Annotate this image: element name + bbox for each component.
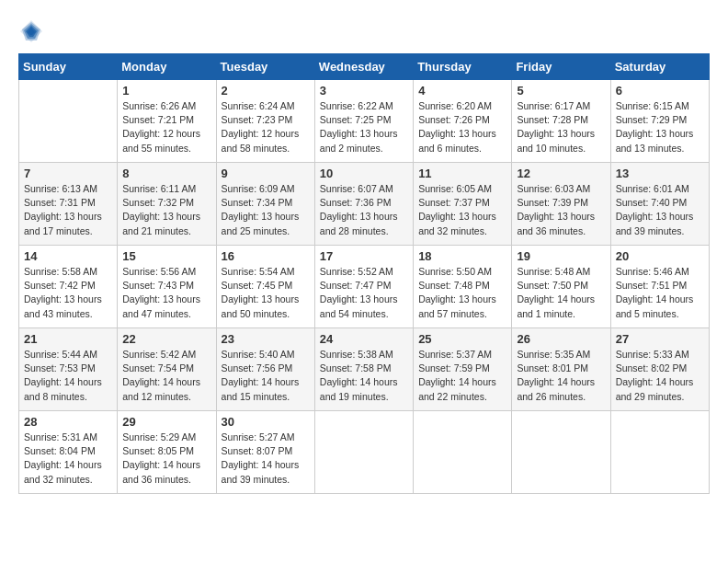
calendar-cell (512, 411, 610, 494)
calendar-cell: 15Sunrise: 5:56 AM Sunset: 7:43 PM Dayli… (118, 246, 216, 328)
day-info: Sunrise: 6:11 AM Sunset: 7:32 PM Dayligh… (122, 182, 210, 238)
day-number: 22 (122, 332, 210, 346)
calendar-cell: 22Sunrise: 5:42 AM Sunset: 7:54 PM Dayli… (118, 328, 216, 411)
calendar-cell: 30Sunrise: 5:27 AM Sunset: 8:07 PM Dayli… (216, 411, 314, 494)
day-info: Sunrise: 6:24 AM Sunset: 7:23 PM Dayligh… (222, 99, 310, 155)
calendar-cell: 6Sunrise: 6:15 AM Sunset: 7:29 PM Daylig… (610, 80, 709, 163)
day-info: Sunrise: 6:07 AM Sunset: 7:36 PM Dayligh… (320, 182, 408, 238)
calendar-week-row: 1Sunrise: 6:26 AM Sunset: 7:21 PM Daylig… (19, 80, 710, 163)
day-number: 28 (24, 415, 112, 429)
day-number: 9 (222, 167, 310, 180)
calendar-cell: 8Sunrise: 6:11 AM Sunset: 7:32 PM Daylig… (118, 163, 216, 246)
day-info: Sunrise: 6:22 AM Sunset: 7:25 PM Dayligh… (320, 99, 408, 155)
day-number: 11 (418, 167, 506, 180)
day-number: 26 (517, 332, 605, 346)
day-info: Sunrise: 6:15 AM Sunset: 7:29 PM Dayligh… (616, 99, 704, 155)
day-info: Sunrise: 6:03 AM Sunset: 7:39 PM Dayligh… (517, 182, 605, 238)
calendar-cell: 1Sunrise: 6:26 AM Sunset: 7:21 PM Daylig… (118, 80, 216, 163)
calendar-cell: 5Sunrise: 6:17 AM Sunset: 7:28 PM Daylig… (512, 80, 610, 163)
calendar-week-row: 21Sunrise: 5:44 AM Sunset: 7:53 PM Dayli… (19, 328, 710, 411)
day-number: 29 (122, 415, 210, 429)
calendar-cell: 2Sunrise: 6:24 AM Sunset: 7:23 PM Daylig… (216, 80, 314, 163)
calendar-cell: 4Sunrise: 6:20 AM Sunset: 7:26 PM Daylig… (414, 80, 512, 163)
calendar-cell (314, 411, 413, 494)
day-info: Sunrise: 5:27 AM Sunset: 8:07 PM Dayligh… (222, 431, 310, 487)
day-info: Sunrise: 6:17 AM Sunset: 7:28 PM Dayligh… (517, 99, 605, 155)
column-header-sunday: Sunday (19, 54, 118, 80)
day-number: 1 (122, 84, 210, 98)
calendar-cell (414, 411, 512, 494)
day-number: 18 (418, 249, 506, 263)
day-number: 23 (222, 332, 310, 346)
day-number: 25 (418, 332, 506, 346)
calendar-cell: 12Sunrise: 6:03 AM Sunset: 7:39 PM Dayli… (512, 163, 610, 246)
day-number: 21 (24, 332, 112, 346)
day-info: Sunrise: 6:01 AM Sunset: 7:40 PM Dayligh… (616, 182, 704, 238)
day-number: 4 (418, 84, 506, 98)
calendar-cell: 19Sunrise: 5:48 AM Sunset: 7:50 PM Dayli… (512, 246, 610, 328)
day-number: 12 (517, 167, 605, 180)
calendar-cell: 13Sunrise: 6:01 AM Sunset: 7:40 PM Dayli… (610, 163, 709, 246)
calendar-cell: 25Sunrise: 5:37 AM Sunset: 7:59 PM Dayli… (414, 328, 512, 411)
column-header-wednesday: Wednesday (314, 54, 413, 80)
calendar-table: SundayMondayTuesdayWednesdayThursdayFrid… (18, 53, 710, 494)
day-info: Sunrise: 5:44 AM Sunset: 7:53 PM Dayligh… (24, 348, 112, 404)
day-number: 19 (517, 249, 605, 263)
day-info: Sunrise: 5:58 AM Sunset: 7:42 PM Dayligh… (24, 265, 112, 321)
calendar-cell: 29Sunrise: 5:29 AM Sunset: 8:05 PM Dayli… (118, 411, 216, 494)
day-number: 2 (222, 84, 310, 98)
column-header-friday: Friday (512, 54, 610, 80)
calendar-week-row: 14Sunrise: 5:58 AM Sunset: 7:42 PM Dayli… (19, 246, 710, 328)
day-number: 15 (122, 249, 210, 263)
calendar-cell: 17Sunrise: 5:52 AM Sunset: 7:47 PM Dayli… (314, 246, 413, 328)
calendar-cell: 14Sunrise: 5:58 AM Sunset: 7:42 PM Dayli… (19, 246, 118, 328)
calendar-cell: 28Sunrise: 5:31 AM Sunset: 8:04 PM Dayli… (19, 411, 118, 494)
logo-icon (18, 18, 44, 44)
day-number: 7 (24, 167, 112, 180)
day-info: Sunrise: 5:54 AM Sunset: 7:45 PM Dayligh… (222, 265, 310, 321)
day-info: Sunrise: 5:29 AM Sunset: 8:05 PM Dayligh… (122, 431, 210, 487)
day-number: 5 (517, 84, 605, 98)
column-header-tuesday: Tuesday (216, 54, 314, 80)
calendar-cell: 11Sunrise: 6:05 AM Sunset: 7:37 PM Dayli… (414, 163, 512, 246)
day-number: 14 (24, 249, 112, 263)
day-number: 20 (616, 249, 704, 263)
day-info: Sunrise: 5:37 AM Sunset: 7:59 PM Dayligh… (418, 348, 506, 404)
day-number: 16 (222, 249, 310, 263)
calendar-cell: 24Sunrise: 5:38 AM Sunset: 7:58 PM Dayli… (314, 328, 413, 411)
day-info: Sunrise: 6:05 AM Sunset: 7:37 PM Dayligh… (418, 182, 506, 238)
page-header (18, 18, 710, 44)
logo (18, 18, 48, 44)
day-info: Sunrise: 6:26 AM Sunset: 7:21 PM Dayligh… (122, 99, 210, 155)
day-info: Sunrise: 5:31 AM Sunset: 8:04 PM Dayligh… (24, 431, 112, 487)
calendar-week-row: 28Sunrise: 5:31 AM Sunset: 8:04 PM Dayli… (19, 411, 710, 494)
day-number: 8 (122, 167, 210, 180)
day-info: Sunrise: 5:50 AM Sunset: 7:48 PM Dayligh… (418, 265, 506, 321)
calendar-cell: 26Sunrise: 5:35 AM Sunset: 8:01 PM Dayli… (512, 328, 610, 411)
calendar-cell: 27Sunrise: 5:33 AM Sunset: 8:02 PM Dayli… (610, 328, 709, 411)
day-number: 13 (616, 167, 704, 180)
day-number: 27 (616, 332, 704, 346)
column-header-thursday: Thursday (414, 54, 512, 80)
day-info: Sunrise: 5:42 AM Sunset: 7:54 PM Dayligh… (122, 348, 210, 404)
day-number: 24 (320, 332, 408, 346)
calendar-header-row: SundayMondayTuesdayWednesdayThursdayFrid… (19, 54, 710, 80)
calendar-cell: 16Sunrise: 5:54 AM Sunset: 7:45 PM Dayli… (216, 246, 314, 328)
calendar-cell: 3Sunrise: 6:22 AM Sunset: 7:25 PM Daylig… (314, 80, 413, 163)
day-info: Sunrise: 5:56 AM Sunset: 7:43 PM Dayligh… (122, 265, 210, 321)
day-info: Sunrise: 5:40 AM Sunset: 7:56 PM Dayligh… (222, 348, 310, 404)
calendar-cell (610, 411, 709, 494)
day-info: Sunrise: 5:38 AM Sunset: 7:58 PM Dayligh… (320, 348, 408, 404)
calendar-cell: 21Sunrise: 5:44 AM Sunset: 7:53 PM Dayli… (19, 328, 118, 411)
calendar-week-row: 7Sunrise: 6:13 AM Sunset: 7:31 PM Daylig… (19, 163, 710, 246)
day-number: 6 (616, 84, 704, 98)
day-info: Sunrise: 5:48 AM Sunset: 7:50 PM Dayligh… (517, 265, 605, 321)
calendar-cell: 23Sunrise: 5:40 AM Sunset: 7:56 PM Dayli… (216, 328, 314, 411)
day-info: Sunrise: 6:20 AM Sunset: 7:26 PM Dayligh… (418, 99, 506, 155)
day-info: Sunrise: 5:52 AM Sunset: 7:47 PM Dayligh… (320, 265, 408, 321)
day-number: 30 (222, 415, 310, 429)
day-info: Sunrise: 5:33 AM Sunset: 8:02 PM Dayligh… (616, 348, 704, 404)
calendar-cell: 9Sunrise: 6:09 AM Sunset: 7:34 PM Daylig… (216, 163, 314, 246)
calendar-cell: 7Sunrise: 6:13 AM Sunset: 7:31 PM Daylig… (19, 163, 118, 246)
calendar-cell: 20Sunrise: 5:46 AM Sunset: 7:51 PM Dayli… (610, 246, 709, 328)
